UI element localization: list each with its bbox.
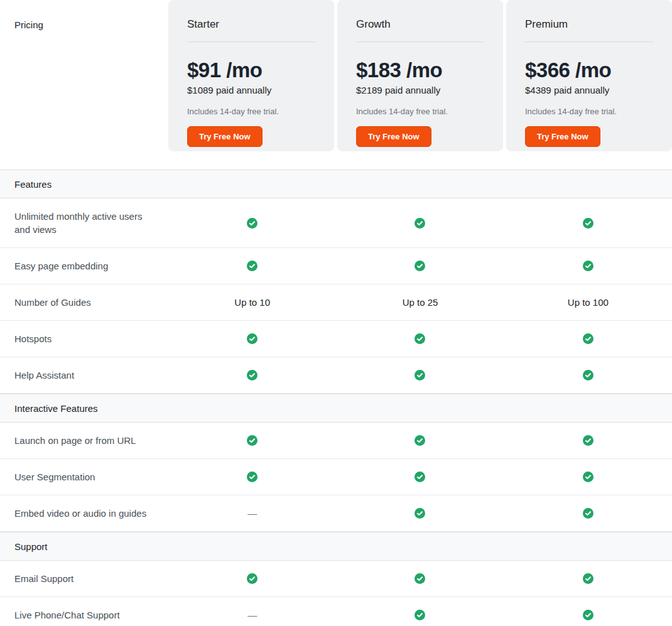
feature-value-cell [168, 370, 336, 380]
plan-card-growth: Growth $183 /mo $2189 paid annually Incl… [337, 0, 503, 151]
check-circle-icon [415, 508, 425, 519]
section-title: Interactive Features [14, 403, 98, 414]
check-circle-icon [583, 435, 593, 446]
table-row: Email Support [0, 561, 672, 597]
check-circle-icon [583, 573, 593, 584]
try-free-now-button[interactable]: Try Free Now [187, 126, 263, 147]
table-row: Live Phone/Chat Support— [0, 597, 672, 626]
feature-value-cell [504, 573, 672, 584]
feature-value-text: Up to 100 [568, 297, 609, 308]
dash-icon: — [247, 610, 257, 620]
feature-value-cell [168, 573, 336, 584]
feature-value-cell [336, 610, 504, 620]
divider [187, 41, 315, 42]
section-header-row: Interactive Features [0, 394, 672, 423]
plan-trial-note: Includes 14-day free trial. [187, 107, 315, 116]
plan-name: Premium [525, 18, 653, 31]
table-row: Embed video or audio in guides— [0, 495, 672, 532]
feature-value-text: Up to 25 [403, 297, 438, 308]
check-circle-icon [247, 435, 257, 446]
feature-label: Easy page embedding [0, 248, 168, 284]
check-circle-icon [583, 370, 593, 380]
feature-value-text: Up to 10 [234, 297, 270, 308]
plan-trial-note: Includes 14-day free trial. [356, 107, 484, 116]
try-free-now-button[interactable]: Try Free Now [356, 126, 431, 147]
feature-value-cell [336, 218, 504, 229]
feature-label: Launch on page or from URL [0, 423, 168, 458]
table-row: Launch on page or from URL [0, 423, 672, 459]
section-title: Support [14, 541, 48, 552]
plan-price-monthly: $91 /mo [187, 58, 315, 82]
table-row: Help Assistant [0, 357, 672, 394]
check-circle-icon [415, 435, 425, 446]
plan-name: Starter [187, 18, 315, 31]
check-circle-icon [415, 333, 425, 344]
feature-label: Live Phone/Chat Support [0, 597, 168, 626]
feature-value-cell [168, 472, 336, 482]
check-circle-icon [583, 218, 593, 229]
table-row: Unlimited monthly active users and views [0, 198, 672, 248]
feature-value-cell [504, 370, 672, 380]
check-circle-icon [415, 573, 425, 584]
feature-label: User Segmentation [0, 459, 168, 495]
divider [525, 41, 653, 42]
feature-comparison-table: FeaturesUnlimited monthly active users a… [0, 170, 672, 626]
feature-value-cell [504, 218, 672, 229]
feature-value-cell: Up to 10 [168, 297, 336, 308]
feature-value-cell: — [168, 610, 336, 620]
feature-value-cell [504, 472, 672, 482]
feature-label: Unlimited monthly active users and views [0, 198, 168, 247]
check-circle-icon [415, 472, 425, 482]
check-circle-icon [247, 370, 257, 380]
feature-value-cell: — [168, 508, 336, 519]
plan-price-monthly: $183 /mo [356, 58, 484, 82]
feature-label: Help Assistant [0, 357, 168, 393]
section-header-row: Support [0, 532, 672, 561]
feature-label: Email Support [0, 561, 168, 596]
feature-value-cell [336, 435, 504, 446]
feature-label: Embed video or audio in guides [0, 495, 168, 531]
check-circle-icon [247, 472, 257, 482]
feature-value-cell [336, 370, 504, 380]
table-row: Hotspots [0, 321, 672, 357]
check-circle-icon [247, 218, 257, 229]
dash-icon: — [247, 508, 257, 519]
plan-name: Growth [356, 18, 484, 31]
feature-value-cell [504, 610, 672, 620]
try-free-now-button[interactable]: Try Free Now [525, 126, 600, 147]
plan-price-annual: $2189 paid annually [356, 85, 484, 95]
check-circle-icon [583, 261, 593, 271]
section-header-row: Features [0, 170, 672, 198]
table-row: Number of GuidesUp to 10Up to 25Up to 10… [0, 284, 672, 321]
plan-price-annual: $4389 paid annually [525, 85, 653, 95]
page-title: Pricing [0, 0, 168, 151]
feature-value-cell [504, 508, 672, 519]
check-circle-icon [415, 370, 425, 380]
divider [356, 41, 484, 42]
feature-value-cell [336, 573, 504, 584]
plan-price-annual: $1089 paid annually [187, 85, 315, 95]
pricing-section: Pricing Starter $91 /mo $1089 paid annua… [0, 0, 672, 151]
feature-label: Hotspots [0, 321, 168, 357]
feature-value-cell [168, 218, 336, 229]
plan-card-premium: Premium $366 /mo $4389 paid annually Inc… [506, 0, 672, 151]
table-row: User Segmentation [0, 459, 672, 495]
feature-value-cell [168, 261, 336, 271]
check-circle-icon [415, 261, 425, 271]
plan-cards: Starter $91 /mo $1089 paid annually Incl… [168, 0, 672, 151]
table-row: Easy page embedding [0, 248, 672, 284]
feature-value-cell: Up to 100 [504, 297, 672, 308]
feature-value-cell [336, 333, 504, 344]
plan-card-starter: Starter $91 /mo $1089 paid annually Incl… [168, 0, 334, 151]
check-circle-icon [583, 333, 593, 344]
plan-trial-note: Includes 14-day free trial. [525, 107, 653, 116]
feature-value-cell [336, 472, 504, 482]
feature-value-cell [504, 261, 672, 271]
check-circle-icon [583, 508, 593, 519]
feature-value-cell [336, 508, 504, 519]
feature-value-cell [336, 261, 504, 271]
check-circle-icon [247, 261, 257, 271]
check-circle-icon [415, 610, 425, 620]
feature-value-cell: Up to 25 [336, 297, 504, 308]
check-circle-icon [583, 610, 593, 620]
